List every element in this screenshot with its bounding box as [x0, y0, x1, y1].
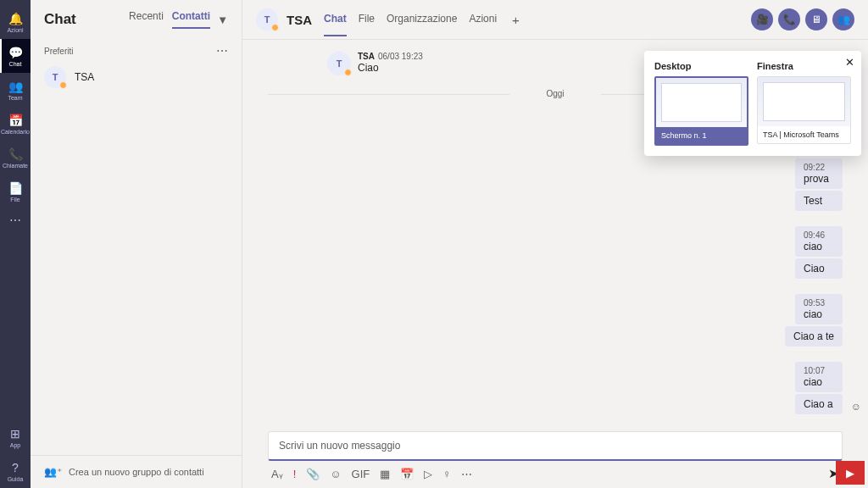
stream-icon[interactable]: ▷	[424, 468, 432, 480]
filter-icon[interactable]: ▼	[217, 14, 228, 26]
meeting-icon[interactable]: 📅	[400, 468, 414, 480]
phone-icon: 📞	[8, 147, 23, 161]
share-window-label: TSA | Microsoft Teams	[758, 126, 850, 143]
rail-apps[interactable]: ⊞App	[0, 420, 31, 454]
tab-actions[interactable]: Azioni	[469, 13, 497, 36]
file-icon: 📄	[8, 181, 23, 195]
emoji-icon[interactable]: ☺	[330, 468, 341, 480]
presence-icon	[344, 69, 352, 76]
format-icon[interactable]: Aᵧ	[271, 468, 283, 480]
app-rail: 🔔Azioni 💬Chat 👥Team 📅Calendario 📞Chiamat…	[0, 0, 31, 488]
share-desktop-label: Schermo n. 1	[656, 127, 747, 144]
msg-timestamp: 06/03 19:23	[378, 52, 423, 61]
add-people-button[interactable]: 👥	[832, 8, 854, 30]
add-tab-button[interactable]: +	[512, 13, 520, 27]
priority-icon[interactable]: !	[293, 468, 297, 480]
tab-chat[interactable]: Chat	[324, 13, 347, 36]
rail-chat[interactable]: 💬Chat	[0, 39, 31, 73]
chat-sidebar: Chat Recenti Contatti ▼ Preferiti ⋯ T TS…	[31, 0, 242, 488]
recording-badge: ▶	[836, 461, 865, 485]
team-icon: 👥	[8, 80, 23, 93]
sidebar-title: Chat	[44, 11, 129, 28]
rail-files[interactable]: 📄File	[0, 175, 31, 208]
sent-messages: 09:22prova Test 09:46ciao Ciao 09:53ciao…	[785, 158, 843, 426]
rail-more-icon[interactable]: ⋯	[9, 214, 21, 227]
avatar: T	[44, 66, 66, 88]
desktop-thumbnail	[656, 78, 747, 127]
chat-icon: 💬	[8, 46, 23, 59]
msg-sender: TSA	[358, 52, 375, 61]
share-window-tile[interactable]: TSA | Microsoft Teams	[757, 76, 851, 144]
msg-text: Ciao	[358, 62, 423, 74]
message-input[interactable]: Scrivi un nuovo messaggio	[268, 431, 843, 461]
contact-name: TSA	[75, 71, 94, 83]
video-call-button[interactable]: 🎥	[751, 8, 773, 30]
msg-avatar: T	[327, 52, 351, 75]
section-favorites: Preferiti	[44, 47, 73, 56]
more-icon[interactable]: ⋯	[216, 44, 228, 58]
share-desktop-heading: Desktop	[654, 61, 748, 71]
chat-title: TSA	[287, 13, 312, 27]
rail-calls[interactable]: 📞Chiamate	[0, 141, 31, 175]
rail-team[interactable]: 👥Team	[0, 73, 31, 107]
rail-calendar[interactable]: 📅Calendario	[0, 107, 31, 141]
plus-icon: 👥⁺	[44, 466, 62, 478]
presence-icon	[59, 81, 67, 89]
chat-avatar: T	[256, 8, 278, 30]
share-window-heading: Finestra	[757, 61, 851, 71]
tab-file[interactable]: File	[359, 13, 375, 36]
attach-icon[interactable]: 📎	[306, 468, 320, 480]
close-icon[interactable]: ✕	[845, 56, 854, 69]
more-icon[interactable]: ⋯	[461, 468, 472, 480]
bell-icon: 🔔	[8, 12, 23, 25]
window-thumbnail	[758, 77, 850, 126]
rail-actions[interactable]: 🔔Azioni	[0, 5, 31, 39]
rail-help[interactable]: ?Guida	[0, 454, 31, 488]
audio-call-button[interactable]: 📞	[778, 8, 800, 30]
tab-org[interactable]: Organizzazione	[387, 13, 457, 36]
tab-contacts[interactable]: Contatti	[172, 10, 210, 29]
share-screen-popup: ✕ Desktop Schermo n. 1 Finestra TSA | Mi…	[644, 51, 861, 156]
apps-icon: ⊞	[10, 427, 20, 441]
react-icon[interactable]: ☺	[851, 401, 861, 413]
chat-header: T TSA Chat File Organizzazione Azioni + …	[242, 0, 868, 40]
presence-icon	[271, 24, 279, 31]
screen-share-button[interactable]: 🖥	[805, 8, 827, 30]
share-desktop-tile[interactable]: Schermo n. 1	[654, 76, 748, 146]
tab-recent[interactable]: Recenti	[129, 10, 164, 29]
sticker-icon[interactable]: ▦	[380, 468, 390, 480]
help-icon: ?	[12, 461, 19, 474]
contact-item[interactable]: T TSA	[31, 61, 242, 93]
main-chat: T TSA Chat File Organizzazione Azioni + …	[242, 0, 868, 488]
composer: Scrivi un nuovo messaggio Aᵧ ! 📎 ☺ GIF ▦…	[268, 431, 843, 481]
compose-toolbar: Aᵧ ! 📎 ☺ GIF ▦ 📅 ▷ ♀ ⋯ ➤	[268, 461, 843, 481]
gif-icon[interactable]: GIF	[352, 468, 370, 480]
praise-icon[interactable]: ♀	[442, 468, 451, 480]
create-group-button[interactable]: 👥⁺ Crea un nuovo gruppo di contatti	[31, 455, 242, 488]
calendar-icon: 📅	[8, 114, 23, 127]
